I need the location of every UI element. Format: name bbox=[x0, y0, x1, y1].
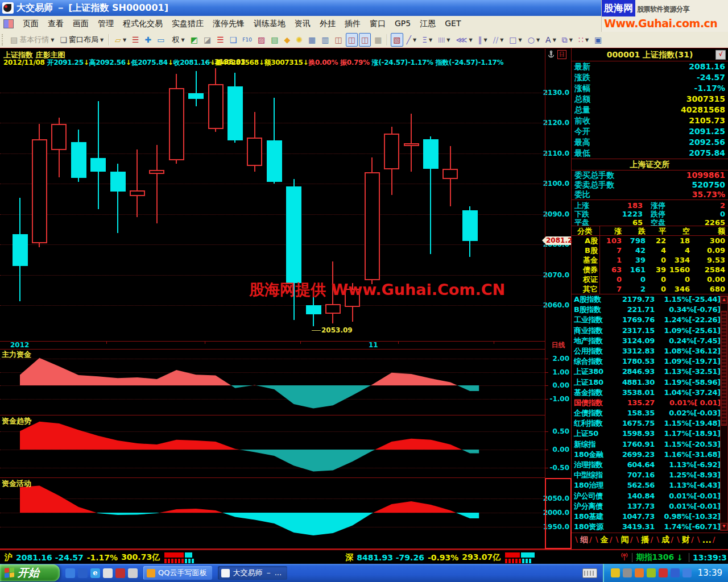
chart-window-button[interactable]: ◫ bbox=[332, 33, 344, 47]
quote-row[interactable]: 前收2105.73 bbox=[572, 115, 728, 126]
index-row[interactable]: 上证501598.931.17%[-18.91] bbox=[572, 429, 728, 439]
menu-item-15[interactable]: GET bbox=[440, 17, 465, 31]
draw-tools-button[interactable]: ▧ bbox=[391, 33, 403, 47]
anchor-icon[interactable] bbox=[547, 50, 555, 59]
quick-launch-icon-6[interactable] bbox=[128, 568, 138, 578]
index-row[interactable]: 上证3802846.931.13%[-32.51] bbox=[572, 367, 728, 377]
tray-icon-1[interactable] bbox=[611, 568, 620, 577]
class-table-row[interactable]: 其它720346680 bbox=[572, 284, 728, 294]
quote-tab-1[interactable]: 细 bbox=[580, 535, 588, 545]
trend-tool-button[interactable]: Ξ▼ bbox=[420, 33, 435, 47]
quick-launch-icon-2[interactable] bbox=[78, 568, 88, 578]
menu-item-7[interactable]: 涨停先锋 bbox=[208, 17, 249, 31]
menu-item-8[interactable]: 训练基地 bbox=[249, 17, 290, 31]
class-table-row[interactable]: 债券631613915602584 bbox=[572, 265, 728, 275]
basic-quotes-button[interactable]: ▤基本行情▼ bbox=[8, 33, 56, 47]
class-table-row[interactable]: A股1037982218300 bbox=[572, 236, 728, 246]
period-label[interactable]: 日线 bbox=[545, 341, 571, 348]
start-button[interactable]: 开始 bbox=[0, 564, 60, 581]
date-axis[interactable]: 201211 bbox=[0, 341, 545, 350]
index-row[interactable]: 中型综指707.161.25%[-8.93] bbox=[572, 470, 728, 480]
hatch-tool-button[interactable]: //▼ bbox=[491, 33, 506, 47]
quote-row[interactable]: 涨跌-24.57 bbox=[572, 72, 728, 83]
grid-button[interactable]: ▥ bbox=[319, 33, 331, 47]
save-button[interactable]: ▣ bbox=[592, 33, 604, 47]
scroll-up-arrow[interactable]: ▲ bbox=[721, 296, 727, 304]
index-scrollbar[interactable]: ▲ ▼ bbox=[720, 296, 728, 531]
rights-button[interactable]: 权▼ bbox=[168, 33, 187, 47]
channel-tool-button[interactable]: ∥▼ bbox=[476, 33, 490, 47]
index-row[interactable]: 180金融2699.231.16%[-31.68] bbox=[572, 450, 728, 460]
f10-button[interactable]: F10 bbox=[240, 33, 254, 47]
index-row[interactable]: B股指数221.710.34%[-0.76] bbox=[572, 305, 728, 315]
table-button[interactable]: ▦ bbox=[306, 33, 318, 47]
copy-tool-button[interactable]: ⧉▼ bbox=[560, 33, 575, 47]
chart-check-button[interactable]: ▨ bbox=[255, 33, 267, 47]
index-row[interactable]: 180基建1047.730.98%[-10.32] bbox=[572, 512, 728, 522]
warning-button[interactable]: ◆ bbox=[282, 33, 292, 47]
menu-item-11[interactable]: 插件 bbox=[340, 17, 365, 31]
index-row[interactable]: 综合指数1780.531.09%[-19.71] bbox=[572, 356, 728, 367]
line-tool-button[interactable]: ╱▼ bbox=[404, 33, 419, 47]
chart-window3-button[interactable]: ◫ bbox=[359, 33, 371, 47]
panel-fund-activity[interactable]: 资金活动 bbox=[0, 478, 545, 550]
tray-icon-6[interactable] bbox=[671, 568, 680, 577]
index-row[interactable]: 地产指数3124.090.24%[-7.45] bbox=[572, 336, 728, 346]
tray-icon-5[interactable] bbox=[659, 568, 668, 577]
quick-launch-icon-1[interactable] bbox=[65, 568, 75, 578]
fan-tool-button[interactable]: ⋘▼ bbox=[454, 33, 475, 47]
menu-item-12[interactable]: 窗口 bbox=[365, 17, 390, 31]
text-tool-button[interactable]: A▼ bbox=[543, 33, 559, 47]
index-row[interactable]: 沪公司债140.840.01%[-0.01] bbox=[572, 491, 728, 501]
ad-banner[interactable]: 股海网 股票软件资源分享 Www.Guhai.com.cn bbox=[601, 0, 728, 32]
index-row[interactable]: 工业指数1769.761.24%[-22.26] bbox=[572, 315, 728, 325]
menu-item-2[interactable]: 查看 bbox=[43, 17, 68, 31]
layers-button[interactable]: ❑ bbox=[228, 33, 239, 47]
open-file-button[interactable]: ▱▼ bbox=[113, 33, 129, 47]
index-row[interactable]: 企债指数158.350.02%[-0.03] bbox=[572, 408, 728, 418]
cards-button[interactable]: ▤ bbox=[268, 33, 280, 47]
quote-row[interactable]: 最低2075.84 bbox=[572, 148, 728, 159]
quote-row[interactable]: 今开2091.25 bbox=[572, 126, 728, 137]
tray-icon-3[interactable] bbox=[635, 568, 644, 577]
menu-item-3[interactable]: 画面 bbox=[68, 17, 93, 31]
window-layout-button[interactable]: ❏窗口布局▼ bbox=[57, 33, 106, 47]
panel-main-funds[interactable]: 主力资金 bbox=[0, 349, 545, 415]
index-row[interactable]: 公用指数3312.831.08%[-36.12] bbox=[572, 346, 728, 356]
index-row[interactable]: 红利指数1675.751.15%[-19.48] bbox=[572, 418, 728, 429]
class-table-row[interactable]: 基金13903349.53 bbox=[572, 255, 728, 265]
index-row[interactable]: 治理指数604.641.13%[-6.92] bbox=[572, 460, 728, 470]
menu-item-6[interactable]: 实盘猎庄 bbox=[167, 17, 208, 31]
sun-button[interactable]: ✺ bbox=[293, 33, 305, 47]
quote-row[interactable]: 涨幅-1.17% bbox=[572, 83, 728, 94]
quote-tab-2[interactable]: 金 bbox=[601, 535, 609, 545]
banner-url[interactable]: Www.Guhai.com.cn bbox=[602, 16, 728, 30]
menu-item-13[interactable]: GP5 bbox=[390, 17, 415, 31]
panel-fund-trend[interactable]: 资金趋势 bbox=[0, 415, 545, 478]
menu-item-9[interactable]: 资讯 bbox=[290, 17, 315, 31]
task-button-1[interactable]: QQ云手写面板 bbox=[143, 566, 212, 580]
scroll-thumb[interactable] bbox=[721, 311, 727, 426]
quote-row[interactable]: 总额3007315 bbox=[572, 94, 728, 105]
class-table-row[interactable]: B股742440.09 bbox=[572, 246, 728, 255]
palette-tool-button[interactable]: ∷▼ bbox=[576, 33, 591, 47]
rect-tool-button[interactable]: □▼ bbox=[507, 33, 524, 47]
keyboard-language-icon[interactable] bbox=[582, 568, 597, 578]
scroll-down-arrow[interactable]: ▼ bbox=[721, 523, 727, 530]
chart-window2-button[interactable]: ◫ bbox=[346, 33, 358, 47]
quick-launch-icon-5[interactable] bbox=[115, 568, 125, 578]
chart-doc-icon[interactable] bbox=[3, 19, 14, 28]
quote-tab-7[interactable]: ... bbox=[702, 535, 712, 544]
quote-row[interactable]: 最高2092.56 bbox=[572, 137, 728, 148]
index-row[interactable]: 新综指1760.911.15%[-20.53] bbox=[572, 439, 728, 450]
ruler-button[interactable]: ▭ bbox=[155, 33, 167, 47]
quote-tab-4[interactable]: 播 bbox=[641, 535, 649, 545]
kline-gray-button[interactable]: ◪ bbox=[201, 33, 213, 47]
menu-item-1[interactable]: 页面 bbox=[18, 17, 43, 31]
index-row[interactable]: 上证1804881.301.19%[-58.96] bbox=[572, 377, 728, 388]
index-row[interactable]: 国债指数135.270.01%[ 0.01] bbox=[572, 398, 728, 408]
calendar-button[interactable]: ▦ bbox=[372, 33, 384, 47]
quote-row[interactable]: 最新2081.16 bbox=[572, 61, 728, 72]
red-bars-button[interactable]: ☰ bbox=[214, 33, 226, 47]
menu-item-4[interactable]: 管理 bbox=[93, 17, 118, 31]
